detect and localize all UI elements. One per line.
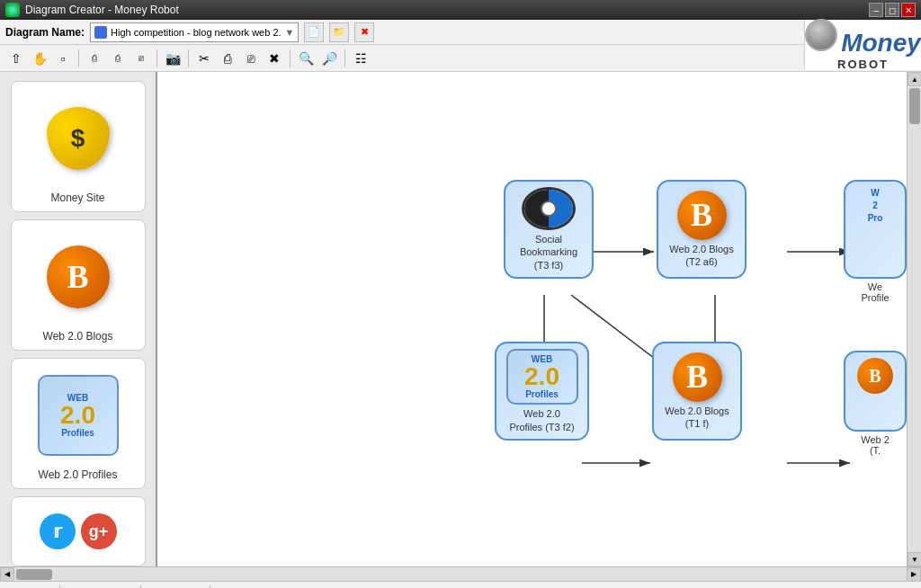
tool-icons-bar: ⇧ ✋ ▫ ⎙ ⎙ ⎚ 📷 ✂ ⎙ ⎚ ✖ 🔍 🔎 ☷ <box>0 45 921 72</box>
money-site-label: Money Site <box>50 192 104 204</box>
main-area: Money Site Web 2.0 Blogs WEB 2.0 Profile… <box>0 72 921 566</box>
sidebar-item-web20-profiles[interactable]: WEB 2.0 Profiles Web 2.0 Profiles <box>11 358 146 489</box>
delete-tool[interactable]: ✖ <box>264 48 285 69</box>
node-social-bm[interactable]: SocialBookmarking(T3 f3) <box>504 180 594 279</box>
node-web20-blogs-t1-box: Web 2.0 Blogs(T1 f) <box>652 342 742 441</box>
close-button[interactable]: ✕ <box>901 3 916 17</box>
partial-node-web2-bottom: B Web 2(T. <box>844 351 907 456</box>
copy-tool[interactable]: ⎙ <box>217 48 238 69</box>
diagram-name-value: High competition - blog network web 2. <box>111 27 282 38</box>
node-social-bm-label: SocialBookmarking(T3 f3) <box>520 233 577 272</box>
sep1 <box>78 49 79 67</box>
sidebar-item-money-site[interactable]: Money Site <box>11 81 146 212</box>
diagram-name-select[interactable]: High competition - blog network web 2. ▼ <box>90 22 299 42</box>
sep2 <box>156 49 157 67</box>
partial-b-letter: B <box>869 366 881 387</box>
scroll-thumb-v[interactable] <box>909 88 920 124</box>
dropdown-arrow: ▼ <box>285 27 295 38</box>
partial-web2-label: Web 2(T. <box>861 434 890 456</box>
bottom-scrollbar[interactable]: ◀ ▶ <box>0 566 921 581</box>
social-bm-dot <box>541 200 557 217</box>
money-bag-icon <box>47 107 110 170</box>
delete-diagram-button[interactable]: ✖ <box>354 22 374 42</box>
diagram-canvas[interactable]: SocialBookmarking(T3 f3) Web 2.0 Blogs(T… <box>157 72 907 566</box>
logo-robot: ROBOT <box>837 58 889 71</box>
grid-tool[interactable]: ☷ <box>350 48 371 69</box>
window-controls[interactable]: – ◻ ✕ <box>869 3 916 17</box>
sep5 <box>344 49 345 67</box>
app-icon <box>5 3 20 17</box>
image-insert-tool[interactable]: 📷 <box>162 48 183 69</box>
partial-node-we-profile-box: W2Pro <box>844 180 907 279</box>
scroll-left-arrow[interactable]: ◀ <box>0 567 14 582</box>
blogger-icon <box>47 245 110 308</box>
web20-profiles-sub2: Profiles <box>525 389 559 399</box>
titlebar: Diagram Creator - Money Robot – ◻ ✕ <box>0 0 921 20</box>
sidebar-item-web20-blogs[interactable]: Web 2.0 Blogs <box>11 219 146 351</box>
file-icon <box>94 26 107 39</box>
social-bm-icon-area: 𝕣 g+ <box>38 504 119 558</box>
scroll-thumb-h[interactable] <box>16 569 52 580</box>
social-bm-node-icon <box>522 187 576 230</box>
robot-icon <box>805 19 837 51</box>
node-social-bm-box: SocialBookmarking(T3 f3) <box>504 180 594 279</box>
google-plus-icon: g+ <box>81 513 117 549</box>
status-sep2 <box>140 585 141 589</box>
bottom-area: ◀ ▶ Editing Modified 100% (24, 22) <box>0 566 921 588</box>
partial-node-we-profile: W2Pro WeProfile <box>844 180 907 303</box>
social-icons-group: 𝕣 g+ <box>40 513 117 549</box>
zoom-in-tool[interactable]: 🔍 <box>295 48 317 69</box>
logo-money: Money <box>841 29 921 58</box>
scissors-tool[interactable]: ✂ <box>193 48 215 69</box>
partial-node-we-profile-label: W2Pro <box>868 187 883 225</box>
cut-copy-1[interactable]: ⎙ <box>84 48 105 69</box>
status-sep1 <box>59 585 60 589</box>
statusbar: Editing Modified 100% (24, 22) <box>0 581 921 588</box>
node-web20-blogs-t2-label: Web 2.0 Blogs(T2 a6) <box>669 243 733 269</box>
money-site-icon-area <box>29 89 128 188</box>
scroll-track-v <box>908 126 921 552</box>
node-web20-profiles-t3[interactable]: WEB 2.0 Profiles Web 2.0Profiles (T3 f2) <box>495 342 589 441</box>
cut-copy-2[interactable]: ⎙ <box>107 48 129 69</box>
sep4 <box>290 49 291 67</box>
scroll-right-arrow[interactable]: ▶ <box>907 567 921 582</box>
node-web20-blogs-t1-label: Web 2.0 Blogs(T1 f) <box>665 405 729 431</box>
new-diagram-button[interactable]: 📄 <box>304 22 324 42</box>
node-web20-profiles-t3-box: WEB 2.0 Profiles Web 2.0Profiles (T3 f2) <box>495 342 589 441</box>
web20-profiles-label: Web 2.0 Profiles <box>39 468 118 481</box>
blogger-node-icon-t2 <box>677 191 727 240</box>
select-rect-tool[interactable]: ▫ <box>52 48 74 69</box>
restore-button[interactable]: ◻ <box>885 3 899 17</box>
node-web20-blogs-t2-box: Web 2.0 Blogs(T2 a6) <box>657 180 747 279</box>
paste-tool[interactable]: ⎚ <box>130 48 152 69</box>
right-scrollbar[interactable]: ▲ ▼ <box>907 72 921 566</box>
blogger-node-icon-t1 <box>673 352 722 402</box>
web20-profiles-icon-area: WEB 2.0 Profiles <box>29 366 128 465</box>
web20-blogs-icon-area <box>29 227 128 326</box>
zoom-out-tool[interactable]: 🔎 <box>318 48 340 69</box>
sidebar: Money Site Web 2.0 Blogs WEB 2.0 Profile… <box>0 72 157 566</box>
web20-profiles-icon: WEB 2.0 Profiles <box>38 375 119 456</box>
node-web20-blogs-t1[interactable]: Web 2.0 Blogs(T1 f) <box>652 342 742 441</box>
web20-profiles-node-icon: WEB 2.0 Profiles <box>506 349 578 405</box>
partial-node-web2-box: B <box>844 351 907 432</box>
sidebar-item-social-bm[interactable]: 𝕣 g+ <box>11 496 146 566</box>
web20-num-text2: 2.0 <box>524 364 559 389</box>
scroll-up-arrow[interactable]: ▲ <box>908 72 921 86</box>
app-title: Diagram Creator - Money Robot <box>25 4 869 16</box>
paste2-tool[interactable]: ⎚ <box>240 48 262 69</box>
web20-num-text: 2.0 <box>60 403 95 428</box>
arrows-svg <box>157 72 907 566</box>
web20-profiles-sub: Profiles <box>61 428 94 438</box>
scroll-down-arrow[interactable]: ▼ <box>908 552 921 566</box>
minimize-button[interactable]: – <box>869 3 883 17</box>
open-diagram-button[interactable]: 📁 <box>329 22 349 42</box>
hand-tool[interactable]: ✋ <box>29 48 50 69</box>
node-web20-profiles-label: Web 2.0Profiles (T3 f2) <box>509 407 574 433</box>
sep3 <box>188 49 189 67</box>
partial-blog-icon: B <box>857 358 893 394</box>
pointer-tool[interactable]: ⇧ <box>5 48 27 69</box>
node-web20-blogs-t2[interactable]: Web 2.0 Blogs(T2 a6) <box>657 180 747 279</box>
we-profile-label: WeProfile <box>861 281 889 303</box>
status-sep3 <box>210 585 210 589</box>
